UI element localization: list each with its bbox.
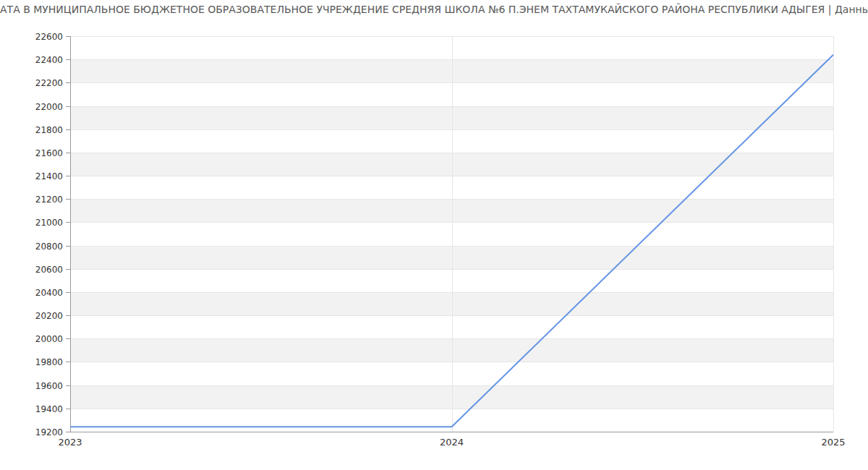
y-tick-label: 19800	[35, 357, 63, 367]
y-tick-label: 19600	[35, 381, 63, 391]
y-tick-label: 21000	[35, 218, 63, 228]
axes	[70, 36, 833, 432]
plot-bands	[70, 59, 833, 409]
x-tick-label: 2023	[58, 437, 82, 448]
y-tick-label: 20800	[35, 242, 63, 252]
x-tick-label: 2025	[821, 437, 845, 448]
y-axis-ticks-and-labels: 1920019400196001980020000202002040020600…	[35, 32, 70, 437]
y-tick-label: 20400	[35, 288, 63, 298]
y-tick-label: 20200	[35, 311, 63, 321]
y-tick-label: 21400	[35, 171, 63, 181]
y-tick-label: 19400	[35, 404, 63, 414]
x-axis-labels: 202320242025	[58, 437, 845, 448]
x-tick-label: 2024	[440, 437, 464, 448]
y-tick-label: 21800	[35, 125, 63, 135]
y-tick-label: 20600	[35, 265, 63, 275]
y-tick-label: 22000	[35, 102, 63, 112]
y-tick-label: 22200	[35, 78, 63, 88]
y-tick-label: 21200	[35, 195, 63, 205]
y-tick-label: 21600	[35, 148, 63, 158]
grid-lines	[70, 36, 834, 432]
chart-page: АТА В МУНИЦИПАЛЬНОЕ БЮДЖЕТНОЕ ОБРАЗОВАТЕ…	[0, 0, 868, 470]
y-tick-label: 19200	[35, 427, 63, 437]
y-tick-label: 22400	[35, 55, 63, 65]
salary-line-chart: 1920019400196001980020000202002040020600…	[0, 0, 868, 470]
y-tick-label: 20000	[35, 334, 63, 344]
y-tick-label: 22600	[35, 32, 63, 42]
